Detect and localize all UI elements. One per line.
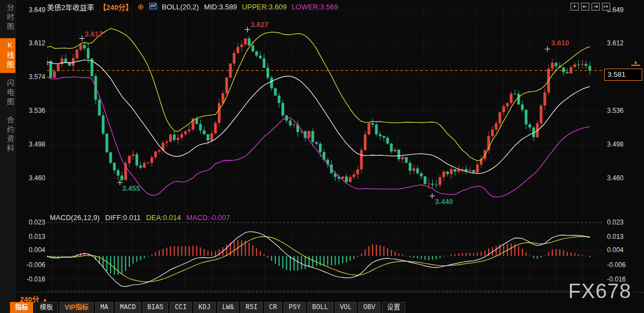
price-annotation: 3.627: [251, 20, 269, 29]
mini-chart-icon: [149, 3, 157, 11]
crosshair-icon[interactable]: +: [570, 3, 579, 11]
macd-axis-label-left: 0.013: [17, 233, 45, 241]
price-annotation: 3.440: [435, 197, 453, 206]
price-annotation: 3.455: [122, 184, 140, 192]
price-axis-label-left: 3.649: [17, 6, 45, 14]
sidebar-tab-contract-info[interactable]: 合约资料: [0, 113, 15, 156]
price-alert-marker-icon: ▲: [631, 60, 640, 66]
macd-axis-label-right: -0.006: [607, 261, 640, 269]
toolbar-button-cr[interactable]: CR: [264, 302, 282, 313]
price-annotation: 3.617: [85, 30, 103, 38]
toolbar-button-cci[interactable]: CCI: [170, 302, 192, 313]
price-annotation: 3.610: [551, 39, 569, 47]
toolbar-button-lw[interactable]: LW&: [217, 302, 239, 313]
symbol-name: 美债2年收益率: [47, 2, 94, 12]
macd-axis-label-left: -0.006: [17, 261, 45, 269]
sidebar-tab-kline[interactable]: K线图: [0, 38, 15, 73]
macd-axis-label-right: 0.023: [607, 218, 640, 226]
toolbar-button-settings[interactable]: 设置: [382, 302, 405, 313]
boll-settings-label: BOLL(20,2): [162, 3, 199, 11]
boll-upper-value: UPPER:3.609: [242, 3, 287, 11]
toolbar-button-obv[interactable]: OBV: [358, 302, 380, 313]
x-axis-date-row: 11/1911/2812/1012/1912/3001/1301/21: [0, 293, 644, 302]
macd-axis-label-right: 0.004: [607, 246, 640, 254]
macd-diff-value: DIFF:0.011: [105, 213, 140, 222]
price-axis-label-right: 3.460: [607, 174, 640, 182]
macd-axis-label-left: 0.023: [17, 218, 45, 226]
macd-macd-value: MACD:-0.007: [186, 213, 230, 222]
trading-app-window: 分时图K线图闪电图合约资料 美债2年收益率 【240分】 ⊕ BOLL(20,2…: [0, 0, 644, 313]
macd-axis-label-left: 0.004: [17, 246, 45, 254]
toolbar-button-indicators[interactable]: 指标: [10, 302, 33, 313]
toolbar-button-bias[interactable]: BIAS: [143, 302, 169, 313]
price-axis-label-left: 3.498: [17, 140, 45, 148]
fit-left-icon[interactable]: ⇤: [581, 3, 589, 11]
boll-lower-value: LOWER:3.569: [292, 3, 338, 11]
price-axis-label-right: 3.612: [607, 39, 640, 47]
macd-axis-label-right: 0.013: [607, 233, 640, 241]
toolbar-button-vip-indicators[interactable]: VIP指标: [60, 302, 93, 313]
toolbar-button-psy[interactable]: PSY: [284, 302, 306, 313]
chart-header: 美债2年收益率 【240分】 ⊕ BOLL(20,2) MID:3.589 UP…: [47, 2, 338, 12]
chart-tool-icons: +⇤⇥↦: [570, 3, 610, 11]
period-label[interactable]: 【240分】: [99, 2, 133, 12]
toolbar-button-kdj[interactable]: KDJ: [193, 302, 216, 313]
chart-type-sidebar: 分时图K线图闪电图合约资料: [0, 0, 15, 313]
toolbar-button-macd[interactable]: MACD: [115, 302, 141, 313]
toolbar-button-vol[interactable]: VOL: [335, 302, 357, 313]
macd-dea-value: DEA:0.014: [146, 213, 181, 222]
current-price-tag: 3.581: [604, 69, 642, 81]
toolbar-button-boll[interactable]: BOLL: [307, 302, 333, 313]
toolbar-button-ma[interactable]: MA: [95, 302, 113, 313]
price-axis-label-left: 3.574: [17, 73, 45, 81]
add-indicator-icon[interactable]: ⊕: [138, 3, 144, 11]
price-axis-label-left: 3.612: [17, 39, 45, 47]
toolbar-button-rsi[interactable]: RSI: [240, 302, 263, 313]
price-axis-label-right: 3.498: [607, 140, 640, 148]
price-axis-label-left: 3.536: [17, 107, 45, 114]
pan-right-icon[interactable]: ↦: [602, 3, 610, 11]
macd-settings-label: MACD(26,12,9): [50, 213, 100, 222]
macd-header: MACD(26,12,9) DIFF:0.011 DEA:0.014 MACD:…: [50, 213, 230, 222]
price-axis-label-right: 3.649: [607, 6, 640, 14]
boll-mid-value: MID:3.589: [204, 3, 237, 11]
sidebar-tab-flash[interactable]: 闪电图: [0, 76, 15, 110]
fit-right-icon[interactable]: ⇥: [591, 3, 600, 11]
sidebar-tab-time-share[interactable]: 分时图: [0, 1, 15, 35]
macd-axis-label-left: -0.016: [17, 275, 45, 283]
price-axis-label-left: 3.460: [17, 174, 45, 182]
macd-chart-canvas[interactable]: [47, 219, 604, 292]
toolbar-button-template[interactable]: 模板: [35, 302, 58, 313]
price-axis-label-right: 3.536: [607, 107, 640, 114]
indicator-toolbar: 指标模板VIP指标MAMACDBIASCCIKDJLW&RSICRPSYBOLL…: [10, 302, 405, 313]
